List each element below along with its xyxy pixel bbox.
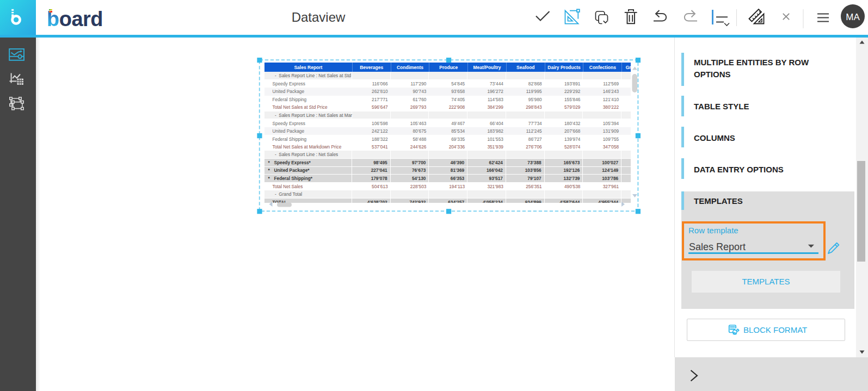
svg-text:MA: MA — [846, 12, 860, 22]
